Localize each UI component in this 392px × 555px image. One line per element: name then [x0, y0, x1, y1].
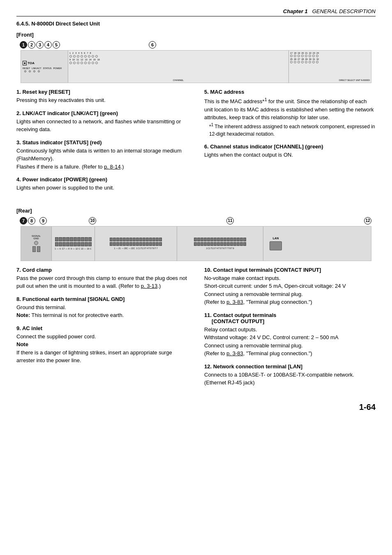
- link-3-13[interactable]: p. 3-13: [141, 283, 157, 289]
- item-5-footnote: *1 The inherent address assigned to each…: [209, 122, 376, 138]
- channel-right-section: 1718192021222324 2526272829303132: [289, 51, 371, 83]
- num-2: 2: [28, 41, 35, 49]
- ci2-row2: [110, 242, 162, 246]
- item-2-body: Lights when connected to a network, and …: [16, 118, 188, 134]
- channel-text: CHANNEL: [173, 79, 184, 81]
- reset-label: RESET: [23, 67, 30, 69]
- item-10: 10. Contact input terminals [CONTACT INP…: [204, 267, 376, 306]
- rear-label: [Rear]: [16, 208, 376, 214]
- link-3-83-output[interactable]: p. 3-83: [226, 350, 243, 356]
- small-terminals: [32, 246, 40, 252]
- item-9: 9. AC inlet Connect the supplied power c…: [16, 325, 188, 365]
- num-10: 10: [89, 217, 96, 224]
- front-number-row: 1 2 3 4 5 6: [16, 41, 376, 49]
- front-panel-wrapper: 1 2 3 4 5 6 ■ TOA RESET LNK/ACT STATUS P…: [16, 41, 376, 83]
- item-11: 11. Contact output terminals [CONTACT OU…: [204, 312, 376, 358]
- ci2-row1: [110, 238, 162, 241]
- dot-reset: [24, 70, 26, 72]
- chapter-label: Chapter 1: [283, 8, 308, 14]
- item-10-title: 10. Contact input terminals [CONTACT INP…: [204, 267, 376, 273]
- dot-lnk: [29, 70, 31, 72]
- item-1-body: Pressing this key reactivates this unit.: [16, 96, 188, 104]
- num-4: 4: [44, 41, 52, 49]
- num-9: 9: [39, 217, 47, 224]
- item-7-body: Pass the power cord through this clamp t…: [16, 274, 188, 290]
- rear-left-section: SIGNALGND: [21, 227, 52, 261]
- contact-input-block-1: 1—6C7—89—12C13—16C: [52, 227, 95, 261]
- contact-input-block-2: 1—21—20C—22C1C1T13T4T5T6T7: [95, 227, 177, 261]
- section-title: 6.4.5. N-8000DI Direct Select Unit: [16, 21, 376, 27]
- dot-power: [38, 70, 40, 72]
- rear-number-row: 7 8 9 10 11 12: [16, 217, 376, 224]
- item-12-body: Connects to a 10BASE-T- or 100BASE-TX-co…: [204, 371, 376, 387]
- panel-left-section: ■ TOA RESET LNK/ACT STATUS POWER: [21, 51, 68, 83]
- front-desc-columns: 1. Reset key [RESET] Pressing this key r…: [16, 89, 376, 198]
- item-5-body: This is the MAC address*1 for the unit. …: [204, 96, 376, 122]
- contact-output-block: 1C1T13T4T5T6T7T8T9: [177, 227, 263, 261]
- section-title-header: GENERAL DESCRIPTION: [312, 8, 376, 14]
- ci-num-labels-1: 1—6C7—89—12C13—16C: [55, 247, 91, 250]
- item-7: 7. Cord clamp Pass the power cord throug…: [16, 267, 188, 290]
- item-5: 5. MAC address This is the MAC address*1…: [204, 89, 376, 138]
- item-3-body: Continuously lights while data is writte…: [16, 147, 188, 171]
- item-3: 3. Status indicator [STATUS] (red) Conti…: [16, 139, 188, 171]
- co-row2: [194, 242, 246, 246]
- num-7: 7: [20, 217, 27, 224]
- rear-panel-wrapper: 7 8 9 10 11 12 SIGNALGND: [16, 217, 376, 261]
- front-left-col: 1. Reset key [RESET] Pressing this key r…: [16, 89, 188, 198]
- lan-port: [270, 241, 282, 250]
- item-6-title: 6. Channel status indicator [CHANNEL] (g…: [204, 143, 376, 150]
- item-9-body: Connect the supplied power cord. Note If…: [16, 333, 188, 365]
- item-1: 1. Reset key [RESET] Pressing this key r…: [16, 89, 188, 104]
- indicator-dots: [23, 70, 66, 72]
- dot-status: [33, 70, 35, 72]
- lnkact-label: LNK/ACT: [32, 67, 41, 69]
- device-front-panel: ■ TOA RESET LNK/ACT STATUS POWER 1234567…: [21, 50, 371, 83]
- item-8: 8. Functional earth terminal [SIGNAL GND…: [16, 296, 188, 319]
- num-3: 3: [36, 41, 44, 49]
- num-1: 1: [20, 41, 27, 49]
- co-num-labels: 1C1T13T4T5T6T7T8T9: [206, 247, 234, 250]
- status-label: STATUS: [43, 67, 52, 69]
- front-label: [Front]: [16, 32, 376, 38]
- link-8-14[interactable]: p. 8-14: [104, 164, 120, 170]
- toa-logo: ■ TOA: [23, 61, 66, 65]
- front-right-col: 5. MAC address This is the MAC address*1…: [204, 89, 376, 198]
- channel-nums-mid: 910111213141516: [69, 58, 287, 61]
- ci2-num-labels: 1—21—20C—22C1C1T13T4T5T6T7: [114, 247, 158, 250]
- num-8: 8: [28, 217, 35, 224]
- page-number: 1-64: [16, 402, 376, 412]
- ci-row1: [55, 237, 92, 241]
- item-9-title: 9. AC inlet: [16, 325, 188, 331]
- num-5: 5: [53, 41, 60, 49]
- item-12-title: 12. Network connection terminal [LAN]: [204, 363, 376, 370]
- power-label: POWER: [53, 67, 62, 69]
- panel-indicators: RESET LNK/ACT STATUS POWER: [23, 67, 66, 69]
- channel-grid-section: 12345678 910111213141516: [68, 51, 289, 83]
- rear-desc-columns: 7. Cord clamp Pass the power cord throug…: [16, 267, 376, 393]
- num-11: 11: [226, 217, 234, 224]
- channel-dots-row1: [69, 55, 287, 58]
- item-7-title: 7. Cord clamp: [16, 267, 188, 273]
- device-rear-panel: SIGNALGND: [21, 226, 371, 261]
- item-8-title: 8. Functional earth terminal [SIGNAL GND…: [16, 296, 188, 302]
- item-6: 6. Channel status indicator [CHANNEL] (g…: [204, 143, 376, 159]
- direct-select-unit-label: DIRECT SELECT UNIT N-8000DI: [339, 79, 370, 81]
- item-12: 12. Network connection terminal [LAN] Co…: [204, 363, 376, 387]
- channel-dots-row2: [69, 62, 287, 64]
- rear-right-col: 10. Contact input terminals [CONTACT INP…: [204, 267, 376, 393]
- ch-nums-25-32: 2526272829303132: [290, 58, 370, 60]
- co-row1: [194, 238, 246, 241]
- item-4: 4. Power indicator [POWER] (green) Light…: [16, 176, 188, 192]
- item-2-title: 2. LNK/ACT indicator [LNK/ACT] (green): [16, 110, 188, 116]
- item-8-body: Ground this terminal. Note: This termina…: [16, 303, 188, 319]
- item-4-title: 4. Power indicator [POWER] (green): [16, 176, 188, 183]
- item-5-title: 5. MAC address: [204, 89, 376, 95]
- ch-dots-17-24: [290, 55, 370, 57]
- link-3-83-input[interactable]: p. 3-83: [226, 299, 243, 305]
- item-11-title: 11. Contact output terminals [CONTACT OU…: [204, 312, 376, 324]
- ch-nums-17-24: 1718192021222324: [290, 52, 370, 54]
- signal-gnd-label: SIGNALGND: [32, 235, 41, 240]
- ch-dots-25-32: [290, 61, 370, 63]
- item-6-body: Lights when the contact output is ON.: [204, 151, 376, 159]
